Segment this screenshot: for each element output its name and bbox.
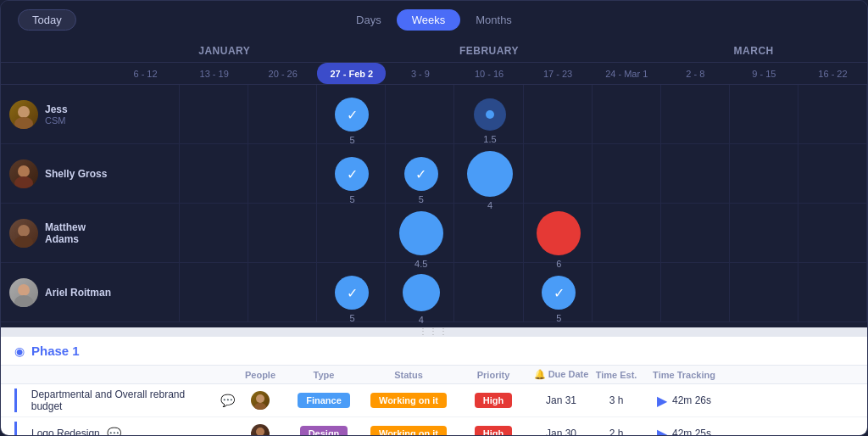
td-type-2: Design [286,426,362,436]
grid-col [180,144,248,203]
week-3-active[interactable]: 27 - Feb 2 [317,63,386,84]
table-header: People Type Status Priority 🔔Due Date Ti… [1,366,867,384]
grid-col [798,144,867,203]
person-info-ariel: Ariel Roitman [1,278,111,307]
type-tag-2: Design [300,426,348,436]
grid-col [111,144,180,203]
bubble-ariel-1[interactable]: ✓ 5 [335,276,369,310]
th-priority: Priority [455,370,531,380]
month-february: February [338,39,641,62]
grid-col [730,85,798,143]
week-2: 20 - 26 [248,63,317,84]
grid-col [248,263,317,321]
grid-col [730,263,798,321]
grid-col [593,204,661,262]
person-row-ariel: Ariel Roitman ✓ 5 4 ✓ 5 [1,263,867,322]
svg-point-5 [14,236,33,248]
phase-title: Phase 1 [31,344,80,358]
bubble-ariel-2[interactable]: 4 [403,274,440,311]
month-march: March [640,39,867,62]
td-name-1: Departmental and Overall rebrand budget … [14,388,235,412]
avatar-shelly [9,159,38,188]
table-row-1: Departmental and Overall rebrand budget … [1,384,867,417]
grid-col [111,263,180,321]
grid-col [317,204,386,262]
grid-col [798,263,867,321]
grid-col [798,85,867,143]
play-icon-2[interactable]: ▶ [657,426,667,437]
top-nav: Today Days Weeks Months [1,1,867,39]
grid-col [180,85,248,143]
row-name-2: Logo Redesign [31,428,100,436]
week-1: 13 - 19 [180,63,248,84]
td-due-1: Jan 31 [531,394,591,406]
svg-point-10 [256,428,264,436]
type-tag-1: Finance [298,393,350,408]
bubble-shelly-1[interactable]: ✓ 5 [335,157,369,191]
grid-col [593,263,661,321]
priority-tag-1: High [475,393,512,408]
tab-months[interactable]: Months [460,9,527,31]
person-row-matthew: Matthew Adams 4.5 6 [1,204,867,263]
today-button[interactable]: Today [18,9,76,31]
bubble-ariel-3[interactable]: ✓ 5 [542,276,576,310]
grid-col [798,204,867,262]
th-people: People [235,370,286,380]
th-due: 🔔Due Date [531,369,591,380]
time-val-1: 42m 26s [672,394,711,406]
status-tag-2: Working on it [370,426,447,436]
view-tabs: Days Weeks Months [341,9,527,31]
td-people-1 [235,391,286,410]
td-type-1: Finance [286,393,362,408]
bubble-num-jess-2: 1.5 [483,134,496,144]
row-indent [14,388,25,412]
bubble-shelly-3[interactable]: 4 [467,151,513,197]
svg-point-4 [18,225,30,237]
grid-col [730,144,798,203]
svg-point-2 [18,165,30,177]
bubble-matthew-1[interactable]: 4.5 [399,211,443,255]
svg-point-1 [14,117,33,129]
tab-weeks[interactable]: Weeks [397,9,461,31]
grid-col [593,85,661,143]
week-0: 6 - 12 [111,63,180,84]
mini-avatar-1 [251,391,270,410]
grid-col [524,85,593,143]
grid-col [111,204,180,262]
td-time-track-1: ▶ 42m 26s [642,393,726,409]
comment-icon[interactable]: 💬 [220,394,235,407]
td-priority-2: High [455,426,531,436]
week-6: 17 - 23 [524,63,593,84]
mini-avatar-2 [251,424,270,436]
play-icon-1[interactable]: ▶ [657,393,667,409]
td-people-2 [235,424,286,436]
person-info-shelly: Shelly Gross [1,159,111,188]
grid-cols-ariel [111,263,867,321]
th-time-tracking: Time Tracking [642,370,726,380]
td-name-2: Logo Redesign 💬 [14,422,235,436]
td-status-2: Working on it [362,426,455,436]
priority-tag-2: High [475,426,512,436]
bubble-shelly-2[interactable]: ✓ 5 [404,157,438,191]
week-8: 2 - 8 [661,63,730,84]
month-january: January [111,39,338,62]
drag-handle[interactable]: ⋮⋮⋮ [1,327,867,334]
grid-col [248,204,317,262]
bubble-jess-1[interactable]: ✓ 5 [335,98,369,131]
comment-icon[interactable]: 💬 [107,427,121,436]
time-val-2: 42m 25s [672,428,711,436]
grid-col [524,144,593,203]
grid-col [111,85,180,143]
row-indent [14,422,25,436]
grid-col [454,263,523,321]
td-due-2: Jan 30 [531,428,591,436]
bubble-jess-2[interactable]: 1.5 [474,98,506,131]
person-row-jess: Jess CSM ✓ [1,85,867,144]
table-row-2: Logo Redesign 💬 Design Working on it Hig… [1,417,867,436]
th-type: Type [286,370,362,380]
tab-days[interactable]: Days [341,9,397,31]
person-info-matthew: Matthew Adams [1,219,111,248]
bubble-matthew-2[interactable]: 6 [537,211,581,255]
grid-col [386,85,454,143]
people-rows: Jess CSM ✓ [1,85,867,322]
